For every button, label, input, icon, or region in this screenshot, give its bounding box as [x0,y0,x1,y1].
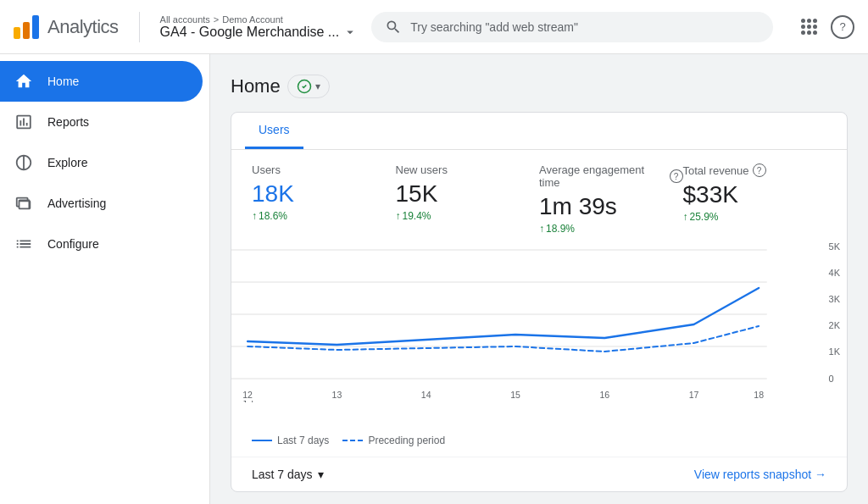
layout: Home Reports Explore Advertising [0,54,868,504]
y-label-1k: 1K [829,346,840,357]
configure-icon [14,234,34,254]
page-title: Home [231,75,281,97]
logo-bar-3 [32,15,39,39]
date-chevron-icon: ▾ [318,468,324,481]
metric-revenue: Total revenue ? $33K 25.9% [683,163,827,235]
account-name: GA4 - Google Merchandise ... [160,25,340,40]
y-label-2k: 2K [829,320,840,330]
card-footer: Last 7 days ▾ View reports snapshot → [231,457,847,491]
advertising-icon [14,193,34,213]
sidebar-label-explore: Explore [47,156,87,169]
search-icon [385,19,402,36]
grid-icon [801,19,816,35]
metric-new-users-label: New users [396,163,540,176]
search-bar[interactable]: Try searching "add web stream" [371,12,773,42]
legend-line-dashed [342,440,363,441]
svg-text:17: 17 [689,389,699,399]
y-label-0: 0 [829,374,840,384]
sidebar-item-explore[interactable]: Explore [0,142,203,183]
legend-preceding-label: Preceding period [368,435,445,446]
metric-users: Users 18K 18.6% [252,163,396,235]
sidebar-label-home: Home [47,75,79,88]
status-chevron-icon: ▾ [315,80,320,92]
sidebar-item-reports[interactable]: Reports [0,102,203,142]
breadcrumb-current: Demo Account [222,14,283,25]
legend-last-label: Last 7 days [277,435,329,446]
card-tabs: Users [231,113,847,150]
metric-revenue-change: 25.9% [683,211,827,223]
analytics-logo-icon [14,15,39,39]
y-label-4k: 4K [829,268,840,278]
tab-users[interactable]: Users [245,113,303,149]
home-icon [14,71,34,91]
search-placeholder: Try searching "add web stream" [410,20,578,34]
chart-area: 12 Jul 13 14 15 16 17 18 5K 4K 3K 2K 1K … [231,241,847,428]
sidebar-item-home[interactable]: Home [0,61,203,102]
date-selector[interactable]: Last 7 days ▾ [252,468,324,481]
metric-engagement-change: 18.9% [539,223,683,235]
logo-bar-1 [14,27,20,39]
metric-new-users-change: 19.4% [396,210,540,222]
main-card: Users Users 18K 18.6% New users 15K [231,112,848,492]
legend-preceding: Preceding period [342,435,445,446]
sidebar-label-reports: Reports [47,115,89,129]
chevron-down-icon [342,25,358,40]
date-filter-label: Last 7 days [252,468,313,481]
metric-engagement-label: Average engagement time ? [539,163,683,189]
sidebar-label-advertising: Advertising [47,197,106,210]
sidebar: Home Reports Explore Advertising [0,54,210,504]
y-axis-labels: 5K 4K 3K 2K 1K 0 [829,241,840,384]
metric-revenue-value: $33K [683,180,827,209]
main-content: Home ▾ Users Users 18K 18.6% [210,54,868,504]
line-chart: 12 Jul 13 14 15 16 17 18 [231,241,799,402]
breadcrumb-separator: > [214,14,219,25]
reports-icon [14,112,34,132]
svg-text:18: 18 [754,389,764,399]
legend-last-7-days: Last 7 days [252,435,329,446]
breadcrumb-all-accounts[interactable]: All accounts [160,14,210,25]
page-status-dropdown[interactable]: ▾ [287,75,330,98]
svg-text:Jul: Jul [242,398,253,402]
metric-revenue-label: Total revenue ? [683,163,827,177]
logo-bar-2 [23,22,30,39]
metric-users-change: 18.6% [252,210,396,222]
y-label-3k: 3K [829,294,840,304]
svg-text:15: 15 [510,389,520,399]
metric-engagement: Average engagement time ? 1m 39s 18.9% [539,163,683,235]
y-label-5k: 5K [829,241,840,252]
svg-text:14: 14 [421,389,431,399]
sidebar-item-configure[interactable]: Configure [0,224,203,264]
header: Analytics All accounts > Demo Account GA… [0,0,868,54]
metric-users-value: 18K [252,180,396,208]
header-divider [139,12,140,42]
sidebar-label-configure: Configure [47,237,99,251]
metric-new-users: New users 15K 19.4% [396,163,540,235]
header-icons: ? [793,12,854,42]
info-engagement-icon[interactable]: ? [670,169,683,183]
breadcrumb: All accounts > Demo Account [160,14,359,25]
apps-button[interactable] [793,12,824,42]
app-title: Analytics [47,16,119,38]
svg-text:13: 13 [332,389,342,399]
account-selector[interactable]: GA4 - Google Merchandise ... [160,25,359,40]
sidebar-item-advertising[interactable]: Advertising [0,183,203,224]
explore-icon [14,152,34,173]
legend-line-solid [252,440,272,441]
info-revenue-icon[interactable]: ? [753,163,766,177]
page-header: Home ▾ [231,75,848,98]
metrics-row: Users 18K 18.6% New users 15K 19.4% Av [231,150,847,241]
metric-users-label: Users [252,163,396,176]
checkmark-icon [297,79,312,94]
metric-engagement-value: 1m 39s [539,192,683,221]
help-button[interactable]: ? [831,15,854,39]
view-reports-link[interactable]: View reports snapshot → [694,468,826,481]
logo: Analytics [14,15,119,39]
metric-new-users-value: 15K [396,180,540,208]
account-section: All accounts > Demo Account GA4 - Google… [160,14,359,40]
chart-legend: Last 7 days Preceding period [231,428,847,457]
svg-text:16: 16 [599,389,609,399]
